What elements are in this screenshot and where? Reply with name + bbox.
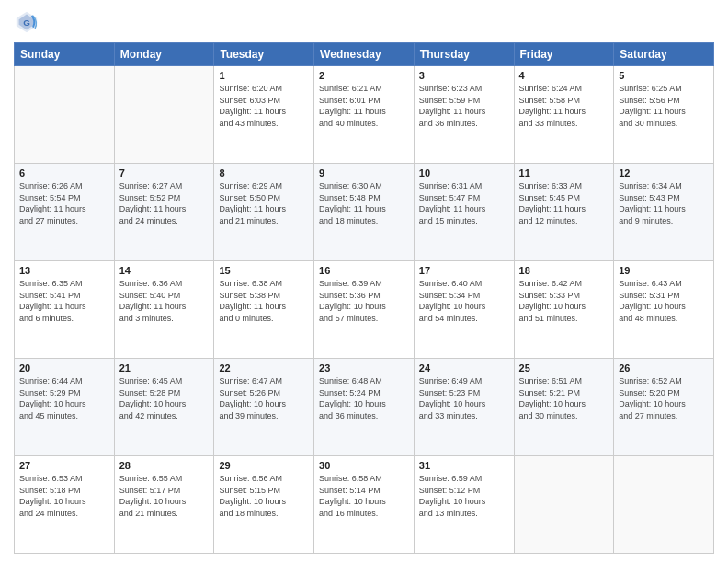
calendar-cell: 27Sunrise: 6:53 AMSunset: 5:18 PMDayligh… — [15, 456, 115, 554]
calendar-cell: 28Sunrise: 6:55 AMSunset: 5:17 PMDayligh… — [114, 456, 214, 554]
day-number: 19 — [619, 265, 709, 276]
day-info: Sunrise: 6:33 AMSunset: 5:45 PMDaylight:… — [519, 180, 609, 226]
day-info: Sunrise: 6:36 AMSunset: 5:40 PMDaylight:… — [119, 278, 210, 324]
calendar-cell: 15Sunrise: 6:38 AMSunset: 5:38 PMDayligh… — [214, 261, 314, 359]
calendar-cell: 19Sunrise: 6:43 AMSunset: 5:31 PMDayligh… — [614, 261, 714, 359]
svg-text:G: G — [23, 17, 30, 28]
logo-icon: G — [14, 9, 40, 35]
logo: G — [14, 9, 41, 35]
day-number: 16 — [319, 265, 409, 276]
day-info: Sunrise: 6:51 AMSunset: 5:21 PMDaylight:… — [519, 375, 609, 421]
day-info: Sunrise: 6:21 AMSunset: 6:01 PMDaylight:… — [319, 83, 409, 129]
calendar-cell: 1Sunrise: 6:20 AMSunset: 6:03 PMDaylight… — [214, 66, 314, 164]
calendar-cell: 26Sunrise: 6:52 AMSunset: 5:20 PMDayligh… — [614, 359, 714, 456]
calendar-cell: 16Sunrise: 6:39 AMSunset: 5:36 PMDayligh… — [314, 261, 415, 359]
col-header-tuesday: Tuesday — [214, 43, 314, 66]
day-number: 15 — [219, 265, 309, 276]
calendar-week-0: 1Sunrise: 6:20 AMSunset: 6:03 PMDaylight… — [15, 66, 714, 164]
day-info: Sunrise: 6:59 AMSunset: 5:12 PMDaylight:… — [419, 473, 509, 519]
day-info: Sunrise: 6:55 AMSunset: 5:17 PMDaylight:… — [119, 473, 210, 519]
calendar-cell: 2Sunrise: 6:21 AMSunset: 6:01 PMDaylight… — [314, 66, 415, 164]
day-info: Sunrise: 6:40 AMSunset: 5:34 PMDaylight:… — [419, 278, 509, 324]
calendar-cell: 25Sunrise: 6:51 AMSunset: 5:21 PMDayligh… — [514, 359, 614, 456]
calendar-cell: 11Sunrise: 6:33 AMSunset: 5:45 PMDayligh… — [514, 164, 614, 261]
calendar-cell: 14Sunrise: 6:36 AMSunset: 5:40 PMDayligh… — [114, 261, 214, 359]
day-info: Sunrise: 6:39 AMSunset: 5:36 PMDaylight:… — [319, 278, 409, 324]
col-header-sunday: Sunday — [15, 43, 115, 66]
calendar-cell — [614, 456, 714, 554]
calendar-cell: 24Sunrise: 6:49 AMSunset: 5:23 PMDayligh… — [414, 359, 514, 456]
calendar-cell: 23Sunrise: 6:48 AMSunset: 5:24 PMDayligh… — [314, 359, 415, 456]
calendar-cell: 17Sunrise: 6:40 AMSunset: 5:34 PMDayligh… — [414, 261, 514, 359]
day-info: Sunrise: 6:58 AMSunset: 5:14 PMDaylight:… — [319, 473, 409, 519]
day-number: 26 — [619, 362, 709, 373]
day-number: 31 — [419, 460, 509, 471]
calendar-cell: 10Sunrise: 6:31 AMSunset: 5:47 PMDayligh… — [414, 164, 514, 261]
day-info: Sunrise: 6:31 AMSunset: 5:47 PMDaylight:… — [419, 180, 509, 226]
calendar-cell: 21Sunrise: 6:45 AMSunset: 5:28 PMDayligh… — [114, 359, 214, 456]
calendar-cell: 30Sunrise: 6:58 AMSunset: 5:14 PMDayligh… — [314, 456, 415, 554]
day-number: 28 — [119, 460, 210, 471]
calendar-cell — [514, 456, 614, 554]
day-info: Sunrise: 6:34 AMSunset: 5:43 PMDaylight:… — [619, 180, 709, 226]
day-number: 5 — [619, 70, 709, 81]
day-info: Sunrise: 6:56 AMSunset: 5:15 PMDaylight:… — [219, 473, 309, 519]
day-number: 4 — [519, 70, 609, 81]
day-number: 8 — [219, 167, 309, 178]
day-info: Sunrise: 6:43 AMSunset: 5:31 PMDaylight:… — [619, 278, 709, 324]
day-info: Sunrise: 6:42 AMSunset: 5:33 PMDaylight:… — [519, 278, 609, 324]
calendar-cell — [114, 66, 214, 164]
day-info: Sunrise: 6:47 AMSunset: 5:26 PMDaylight:… — [219, 375, 309, 421]
day-info: Sunrise: 6:45 AMSunset: 5:28 PMDaylight:… — [119, 375, 210, 421]
calendar-table: SundayMondayTuesdayWednesdayThursdayFrid… — [14, 42, 714, 554]
day-number: 10 — [419, 167, 509, 178]
calendar-cell: 8Sunrise: 6:29 AMSunset: 5:50 PMDaylight… — [214, 164, 314, 261]
calendar-cell: 7Sunrise: 6:27 AMSunset: 5:52 PMDaylight… — [114, 164, 214, 261]
day-info: Sunrise: 6:52 AMSunset: 5:20 PMDaylight:… — [619, 375, 709, 421]
day-info: Sunrise: 6:25 AMSunset: 5:56 PMDaylight:… — [619, 83, 709, 129]
calendar-header-row: SundayMondayTuesdayWednesdayThursdayFrid… — [15, 43, 714, 66]
calendar-week-3: 20Sunrise: 6:44 AMSunset: 5:29 PMDayligh… — [15, 359, 714, 456]
day-info: Sunrise: 6:35 AMSunset: 5:41 PMDaylight:… — [19, 278, 109, 324]
col-header-friday: Friday — [514, 43, 614, 66]
day-number: 17 — [419, 265, 509, 276]
calendar-cell — [15, 66, 115, 164]
day-info: Sunrise: 6:53 AMSunset: 5:18 PMDaylight:… — [19, 473, 109, 519]
day-info: Sunrise: 6:27 AMSunset: 5:52 PMDaylight:… — [119, 180, 210, 226]
day-info: Sunrise: 6:48 AMSunset: 5:24 PMDaylight:… — [319, 375, 409, 421]
day-number: 21 — [119, 362, 210, 373]
day-number: 14 — [119, 265, 210, 276]
calendar-cell: 22Sunrise: 6:47 AMSunset: 5:26 PMDayligh… — [214, 359, 314, 456]
calendar-week-2: 13Sunrise: 6:35 AMSunset: 5:41 PMDayligh… — [15, 261, 714, 359]
day-number: 23 — [319, 362, 409, 373]
day-number: 12 — [619, 167, 709, 178]
day-info: Sunrise: 6:29 AMSunset: 5:50 PMDaylight:… — [219, 180, 309, 226]
col-header-saturday: Saturday — [614, 43, 714, 66]
day-number: 22 — [219, 362, 309, 373]
day-info: Sunrise: 6:23 AMSunset: 5:59 PMDaylight:… — [419, 83, 509, 129]
day-number: 18 — [519, 265, 609, 276]
col-header-wednesday: Wednesday — [314, 43, 415, 66]
calendar-cell: 18Sunrise: 6:42 AMSunset: 5:33 PMDayligh… — [514, 261, 614, 359]
day-number: 29 — [219, 460, 309, 471]
day-number: 1 — [219, 70, 309, 81]
calendar-cell: 3Sunrise: 6:23 AMSunset: 5:59 PMDaylight… — [414, 66, 514, 164]
day-number: 13 — [19, 265, 109, 276]
day-number: 30 — [319, 460, 409, 471]
calendar-cell: 29Sunrise: 6:56 AMSunset: 5:15 PMDayligh… — [214, 456, 314, 554]
calendar-week-4: 27Sunrise: 6:53 AMSunset: 5:18 PMDayligh… — [15, 456, 714, 554]
calendar-cell: 5Sunrise: 6:25 AMSunset: 5:56 PMDaylight… — [614, 66, 714, 164]
day-info: Sunrise: 6:44 AMSunset: 5:29 PMDaylight:… — [19, 375, 109, 421]
calendar-cell: 31Sunrise: 6:59 AMSunset: 5:12 PMDayligh… — [414, 456, 514, 554]
calendar-cell: 13Sunrise: 6:35 AMSunset: 5:41 PMDayligh… — [15, 261, 115, 359]
calendar-cell: 20Sunrise: 6:44 AMSunset: 5:29 PMDayligh… — [15, 359, 115, 456]
calendar-cell: 12Sunrise: 6:34 AMSunset: 5:43 PMDayligh… — [614, 164, 714, 261]
day-number: 6 — [19, 167, 109, 178]
day-number: 11 — [519, 167, 609, 178]
day-number: 9 — [319, 167, 409, 178]
day-number: 25 — [519, 362, 609, 373]
day-number: 3 — [419, 70, 509, 81]
day-number: 20 — [19, 362, 109, 373]
calendar-cell: 9Sunrise: 6:30 AMSunset: 5:48 PMDaylight… — [314, 164, 415, 261]
day-info: Sunrise: 6:20 AMSunset: 6:03 PMDaylight:… — [219, 83, 309, 129]
